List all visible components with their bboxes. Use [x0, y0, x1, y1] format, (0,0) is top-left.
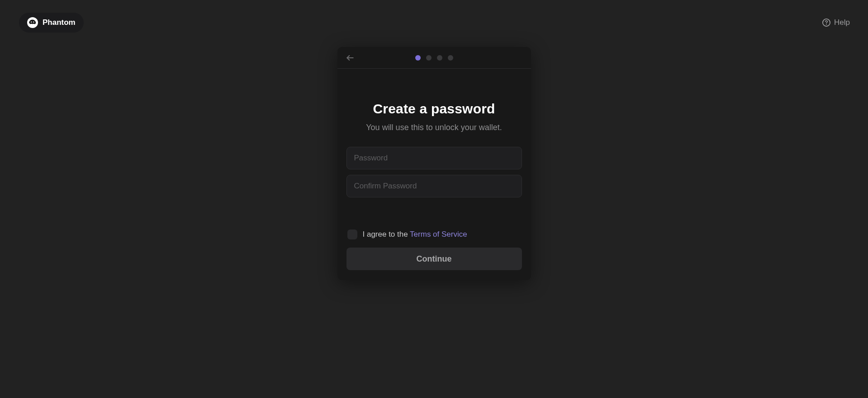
svg-point-2 — [33, 22, 34, 23]
svg-point-4 — [826, 24, 827, 25]
progress-dot-1 — [415, 55, 421, 61]
back-button[interactable] — [346, 53, 355, 62]
progress-dots — [415, 55, 453, 61]
card-header — [337, 47, 531, 69]
continue-button[interactable]: Continue — [346, 248, 522, 270]
page-subtitle: You will use this to unlock your wallet. — [346, 123, 522, 132]
tos-prefix: I agree to the — [363, 230, 410, 239]
tos-link[interactable]: Terms of Service — [410, 230, 467, 239]
brand-name: Phantom — [43, 18, 76, 27]
password-input[interactable] — [346, 147, 522, 169]
help-label: Help — [834, 18, 850, 27]
password-fields — [346, 147, 522, 197]
tos-checkbox[interactable] — [347, 229, 357, 239]
tos-row: I agree to the Terms of Service — [346, 229, 522, 239]
page-title: Create a password — [346, 101, 522, 117]
tos-label: I agree to the Terms of Service — [363, 230, 467, 239]
help-icon — [822, 19, 830, 27]
arrow-left-icon — [346, 53, 355, 62]
progress-dot-2 — [426, 55, 432, 61]
card-body: Create a password You will use this to u… — [337, 69, 531, 280]
onboarding-card: Create a password You will use this to u… — [337, 47, 531, 280]
svg-point-1 — [31, 22, 32, 23]
brand-badge: Phantom — [19, 13, 84, 33]
phantom-logo-icon — [27, 17, 38, 28]
progress-dot-3 — [437, 55, 442, 61]
help-link[interactable]: Help — [822, 18, 850, 27]
confirm-password-input[interactable] — [346, 175, 522, 197]
progress-dot-4 — [448, 55, 453, 61]
